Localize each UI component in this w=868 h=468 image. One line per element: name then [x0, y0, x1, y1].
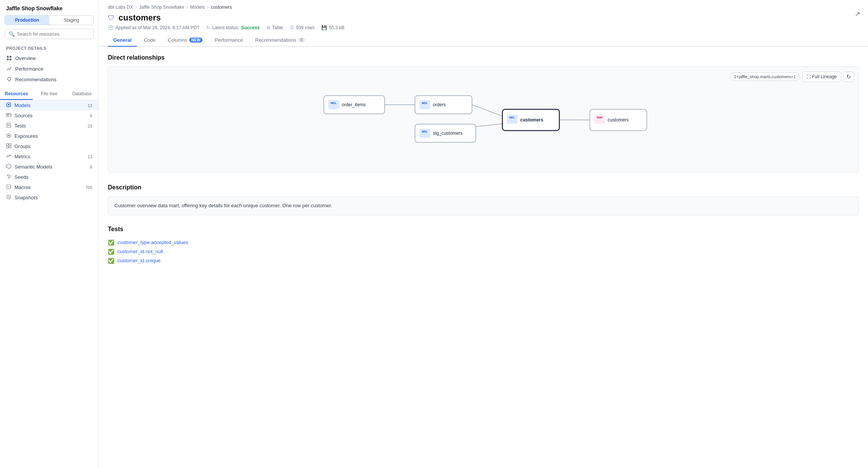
search-box[interactable]: 🔍	[5, 29, 94, 39]
description-section: Description Customer overview data mart,…	[108, 184, 859, 215]
test-link-3[interactable]: customer_id.unique	[117, 258, 160, 263]
resource-item-models[interactable]: Models 13	[0, 100, 98, 110]
expand-icon: ⛶	[806, 74, 811, 79]
tabs-bar: General Code Columns NEW Performance Rec…	[99, 34, 868, 47]
size-icon: 💾	[321, 25, 327, 30]
groups-icon	[6, 143, 11, 150]
bulb-icon	[6, 76, 12, 82]
refresh-lineage-btn[interactable]: ↻	[843, 71, 854, 82]
svg-point-15	[8, 135, 9, 136]
semantic-models-label: Semantic Models	[14, 164, 52, 170]
lineage-svg: MDL order_items MDL orders MDL stg_custo…	[116, 74, 851, 158]
resource-item-semantic-models[interactable]: Semantic Models 6	[0, 162, 98, 172]
test-item-2: ✅ customer_id.not_null	[108, 247, 859, 256]
tab-columns[interactable]: Columns NEW	[163, 34, 208, 47]
svg-rect-19	[9, 146, 11, 148]
metrics-label: Metrics	[14, 154, 30, 159]
share-button[interactable]: ↗	[855, 10, 860, 18]
staging-btn[interactable]: Staging	[49, 16, 94, 25]
tab-recommendations[interactable]: Recommendations 0	[250, 34, 310, 47]
recommendations-badge: 0	[298, 38, 305, 43]
tab-database[interactable]: Database	[66, 88, 98, 100]
svg-rect-18	[6, 146, 8, 148]
grid-icon	[6, 55, 12, 61]
svg-text:order_items: order_items	[342, 102, 366, 107]
breadcrumb-dbt-labs[interactable]: dbt Labs DX	[108, 5, 133, 10]
sidebar-item-overview[interactable]: Overview	[0, 53, 98, 63]
svg-rect-0	[7, 56, 9, 58]
lineage-container: 1+jaffle_shop.marts.customers+1 ⛶ Full L…	[108, 66, 859, 173]
cube-icon	[6, 102, 11, 109]
models-count: 13	[88, 103, 92, 108]
semantic-icon	[6, 164, 11, 170]
production-btn[interactable]: Production	[5, 16, 49, 25]
tab-general-label: General	[113, 37, 131, 43]
description-title: Description	[108, 184, 859, 191]
lineage-scope-pill[interactable]: 1+jaffle_shop.marts.customers+1	[730, 72, 800, 81]
tests-count: 23	[88, 124, 92, 128]
svg-text:SEM: SEM	[597, 116, 602, 119]
status-value: Success	[241, 25, 260, 30]
applied-text: Applied as of Mar 28, 2024, 6:17 AM PDT	[115, 25, 199, 30]
sidebar-item-performance[interactable]: Performance	[0, 63, 98, 74]
full-lineage-label: Full Lineage	[812, 74, 837, 79]
rows-meta: ☰ 939 rows	[290, 25, 315, 30]
resource-item-groups[interactable]: Groups	[0, 141, 98, 151]
search-input[interactable]	[17, 32, 90, 37]
svg-text:MDL: MDL	[422, 102, 428, 104]
type-meta: ⊞ Table	[267, 25, 283, 30]
breadcrumb-current: customers	[211, 5, 232, 10]
resource-item-seeds[interactable]: Seeds	[0, 172, 98, 182]
test-pass-icon-1: ✅	[108, 240, 114, 246]
lineage-title: Direct relationships	[108, 54, 859, 61]
svg-text:customers: customers	[520, 117, 544, 123]
sidebar-item-recommendations[interactable]: Recommendations	[0, 74, 98, 85]
test-link-1[interactable]: customer_type.accepted_values	[117, 240, 188, 245]
breadcrumb-models[interactable]: Models	[190, 5, 205, 10]
svg-marker-20	[6, 164, 11, 169]
macros-count: 705	[85, 185, 92, 190]
tab-file-tree[interactable]: File tree	[33, 88, 65, 100]
resource-item-exposures[interactable]: Exposures	[0, 131, 98, 141]
sidebar-performance-label: Performance	[15, 66, 43, 72]
status-label: Latest status:	[212, 25, 239, 30]
test-item-3: ✅ customer_id.unique	[108, 256, 859, 265]
resource-item-macros[interactable]: Macros 705	[0, 182, 98, 192]
test-link-2[interactable]: customer_id.not_null	[117, 249, 163, 254]
svg-point-4	[8, 77, 11, 80]
resource-item-metrics[interactable]: Metrics 13	[0, 151, 98, 162]
tab-performance[interactable]: Performance	[209, 34, 248, 47]
full-lineage-btn[interactable]: ⛶ Full Lineage	[802, 71, 841, 82]
tab-columns-label: Columns	[168, 37, 187, 43]
tab-performance-label: Performance	[215, 37, 243, 43]
bc-sep-1: ›	[135, 5, 137, 10]
snapshots-label: Snapshots	[14, 195, 38, 200]
tests-label: Tests	[14, 123, 26, 129]
exposure-icon	[6, 133, 11, 139]
shield-icon: 🛡	[108, 14, 115, 22]
content-area: Direct relationships 1+jaffle_shop.marts…	[99, 47, 868, 468]
svg-rect-3	[9, 58, 11, 60]
breadcrumb-jaffle-shop[interactable]: Jaffle Shop Snowflake	[139, 5, 184, 10]
svg-text:customers: customers	[608, 117, 629, 123]
svg-text:stg_customers: stg_customers	[433, 131, 463, 136]
tab-resources[interactable]: Resources	[0, 88, 33, 100]
columns-badge: NEW	[189, 38, 202, 43]
semantic-models-count: 6	[90, 165, 92, 169]
resource-item-sources[interactable]: Sources 6	[0, 110, 98, 121]
refresh-icon: ↻	[846, 74, 851, 80]
svg-rect-11	[7, 123, 11, 128]
tab-code[interactable]: Code	[138, 34, 161, 47]
test-pass-icon-3: ✅	[108, 258, 114, 264]
macros-label: Macros	[14, 184, 31, 190]
main-content: dbt Labs DX › Jaffle Shop Snowflake › Mo…	[99, 0, 868, 468]
svg-rect-7	[8, 104, 9, 106]
resource-item-tests[interactable]: Tests 23	[0, 121, 98, 131]
size-label: 55.3 kB	[329, 25, 345, 30]
tab-general[interactable]: General	[108, 34, 137, 47]
macros-icon	[6, 184, 11, 191]
tab-recommendations-label: Recommendations	[255, 37, 296, 43]
svg-rect-2	[7, 58, 9, 60]
resource-item-snapshots[interactable]: Snapshots	[0, 192, 98, 203]
test-icon	[6, 123, 11, 129]
